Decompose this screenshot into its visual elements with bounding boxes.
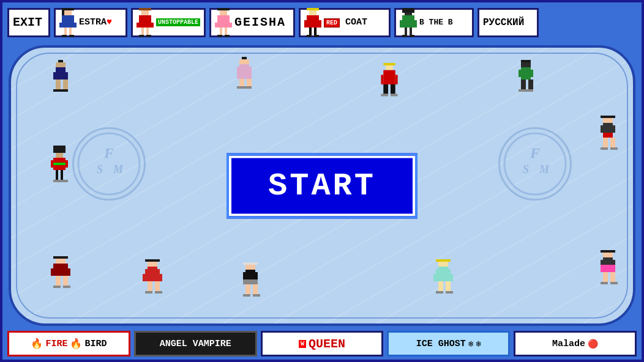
bottom-bar: 🔥 FIRE 🔥 BIRD ANGEL VAMPIRE W QUEEN ICE …: [2, 328, 642, 360]
char-iceghost-button[interactable]: ICE GHOST ❄ ❄: [387, 331, 510, 356]
svg-rect-87: [526, 89, 533, 92]
skater-btn-ice: [516, 60, 536, 99]
svg-rect-95: [610, 138, 615, 147]
svg-rect-109: [53, 256, 68, 259]
svg-rect-80: [521, 62, 531, 67]
skater-far-right-2: [598, 249, 618, 292]
redcoat-label: RED COAT: [324, 17, 367, 28]
fsm-logo-right: F S M: [498, 127, 572, 201]
svg-rect-89: [601, 116, 615, 118]
svg-point-42: [78, 133, 140, 194]
svg-rect-61: [239, 64, 249, 72]
svg-rect-22: [225, 28, 227, 35]
svg-rect-76: [381, 94, 388, 97]
svg-rect-78: [521, 60, 531, 62]
svg-rect-126: [155, 291, 162, 294]
char-estra-button[interactable]: ESTRA♥: [54, 8, 127, 37]
svg-rect-30: [314, 28, 316, 35]
svg-rect-34: [402, 8, 414, 13]
svg-rect-14: [146, 28, 149, 35]
svg-rect-21: [220, 28, 222, 35]
svg-point-46: [504, 133, 566, 194]
svg-rect-86: [519, 89, 526, 92]
unstoppable-sprite: [137, 8, 154, 37]
svg-rect-153: [603, 272, 608, 282]
estra-sprite: [59, 8, 77, 37]
svg-rect-58: [61, 89, 68, 92]
svg-rect-136: [253, 294, 260, 297]
skater-top-2: [234, 57, 254, 96]
svg-rect-114: [63, 276, 68, 286]
svg-rect-13: [141, 28, 144, 35]
svg-rect-6: [69, 28, 72, 35]
svg-rect-113: [56, 276, 61, 286]
char-queen-button[interactable]: W QUEEN: [261, 331, 384, 356]
svg-rect-131: [255, 272, 258, 279]
svg-rect-125: [145, 291, 152, 294]
svg-rect-103: [56, 170, 58, 180]
svg-rect-60: [239, 59, 249, 64]
svg-rect-82: [519, 70, 521, 77]
svg-rect-90: [603, 123, 613, 133]
char-unstoppable-button[interactable]: UNSTOPPABLE: [131, 8, 206, 37]
svg-rect-65: [239, 79, 244, 86]
svg-rect-142: [433, 274, 453, 281]
svg-rect-63: [249, 67, 252, 72]
svg-rect-26: [307, 8, 319, 10]
exit-button[interactable]: EXIT: [7, 8, 50, 37]
fire-icon-1: 🔥: [31, 338, 43, 350]
geisha-label: GEISHA: [234, 15, 286, 29]
malade-label: Malade: [552, 339, 585, 349]
svg-rect-7: [62, 35, 67, 37]
svg-rect-98: [53, 146, 66, 153]
estra-label: ESTRA♥: [79, 17, 112, 28]
svg-text:M: M: [539, 163, 550, 175]
svg-rect-116: [63, 286, 70, 288]
svg-rect-150: [601, 260, 603, 265]
svg-rect-56: [63, 79, 68, 89]
svg-rect-118: [145, 259, 160, 262]
svg-rect-85: [528, 79, 533, 89]
svg-rect-4: [59, 23, 77, 28]
queen-label: QUEEN: [309, 337, 345, 351]
svg-rect-62: [237, 67, 239, 72]
char-geisha-button[interactable]: GEISHA: [209, 8, 295, 37]
svg-rect-39: [410, 28, 412, 35]
svg-text:S: S: [523, 163, 529, 175]
char-redcoat-button[interactable]: RED COAT: [299, 8, 391, 37]
svg-rect-145: [436, 291, 443, 294]
svg-rect-52: [56, 67, 66, 79]
svg-rect-55: [56, 79, 61, 89]
snowflake-icon-1: ❄: [468, 339, 473, 349]
char-angelvampire-button[interactable]: ANGEL VAMPIRE: [134, 331, 257, 356]
svg-rect-68: [244, 86, 252, 89]
bird-label: BIRD: [84, 339, 107, 349]
svg-rect-23: [217, 35, 222, 37]
svg-text:F: F: [530, 145, 540, 161]
char-btn-button[interactable]: B THE B: [394, 8, 474, 37]
iceghost-label: ICE GHOST: [416, 339, 466, 349]
svg-rect-155: [601, 282, 608, 284]
svg-rect-20: [215, 23, 232, 28]
svg-rect-24: [225, 35, 230, 37]
char-firebird-button[interactable]: 🔥 FIRE 🔥 BIRD: [7, 331, 130, 356]
char-malade-button[interactable]: Malade 🔴: [514, 331, 637, 356]
svg-rect-146: [446, 291, 453, 294]
svg-rect-94: [603, 138, 608, 147]
unstoppable-badge: UNSTOPPABLE: [156, 18, 200, 26]
svg-text:F: F: [103, 145, 114, 161]
skater-guard: [51, 146, 68, 187]
svg-rect-84: [521, 79, 526, 89]
svg-rect-134: [253, 284, 258, 294]
svg-rect-128: [243, 262, 258, 265]
svg-rect-148: [601, 250, 615, 253]
svg-rect-81: [521, 67, 531, 79]
fsm-logo-left: F S M: [72, 127, 146, 201]
svg-text:S: S: [97, 163, 103, 175]
svg-rect-31: [307, 35, 312, 37]
start-button[interactable]: START: [229, 155, 415, 216]
svg-rect-143: [438, 281, 443, 291]
svg-rect-53: [53, 72, 56, 79]
char-russian-button[interactable]: РУССКИЙ: [477, 8, 539, 37]
svg-rect-2: [62, 10, 64, 15]
